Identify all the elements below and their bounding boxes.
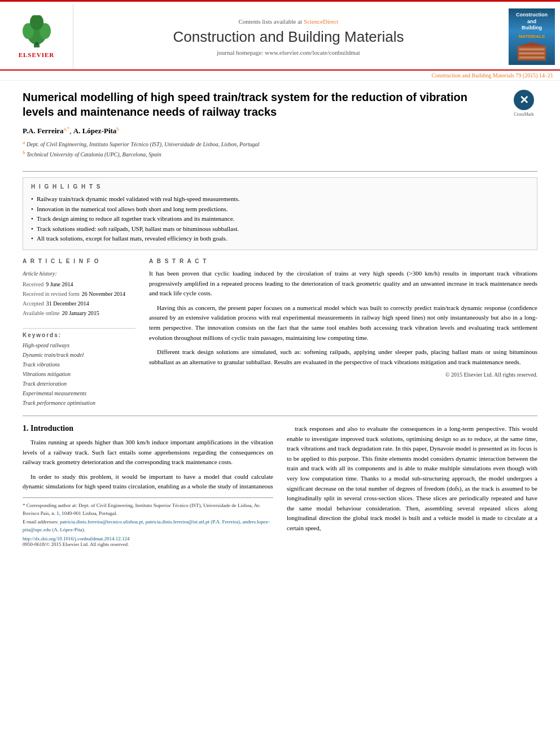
- authors-line: P.A. Ferreiraa,*, A. López-Pitab: [23, 126, 501, 136]
- keywords-label: Keywords:: [23, 332, 135, 338]
- keyword-7: Track performance optimisation: [23, 398, 135, 408]
- sciencedirect-link: Contents lists available at ScienceDirec…: [238, 18, 338, 25]
- history-accepted: Accepted 31 December 2014: [23, 299, 135, 308]
- intro-para-1: Trains running at speeds higher than 300…: [23, 438, 273, 468]
- footnotes-section: * Corresponding author at: Dept. of Civi…: [23, 497, 273, 548]
- email-footnote: E-mail addresses: patricia.dinis.ferreir…: [23, 518, 273, 534]
- highlight-1: Railway train/track dynamic model valida…: [31, 194, 529, 204]
- intro-para-2: In order to study this problem, it would…: [23, 472, 273, 492]
- svg-point-5: [35, 42, 38, 45]
- keyword-4: Vibrations mitigation: [23, 369, 135, 379]
- info-abstract-section: A R T I C L E I N F O Article history: R…: [23, 258, 537, 408]
- history-received: Received 9 June 2014: [23, 279, 135, 289]
- article-title: Numerical modelling of high speed train/…: [23, 90, 501, 119]
- highlight-3: Track design aiming to reduce all togeth…: [31, 214, 529, 224]
- crossmark-label: CrossMark: [514, 112, 534, 117]
- article-info-title: A R T I C L E I N F O: [23, 258, 135, 264]
- intro-right-text: track responses and also to evaluate the…: [287, 424, 537, 534]
- section-1-heading: 1. Introduction: [23, 424, 273, 433]
- keyword-6: Experimental measurements: [23, 388, 135, 398]
- main-content: Numerical modelling of high speed train/…: [0, 81, 560, 556]
- abstract-col: A B S T R A C T It has been proven that …: [149, 258, 537, 408]
- sciencedirect-anchor[interactable]: ScienceDirect: [304, 18, 339, 25]
- history-label: Article history:: [23, 269, 135, 278]
- page-reference: Construction and Building Materials 79 (…: [0, 71, 560, 81]
- article-title-section: Numerical modelling of high speed train/…: [23, 90, 537, 172]
- intro-right-col: track responses and also to evaluate the…: [287, 424, 537, 548]
- journal-title: Construction and Building Materials: [173, 28, 404, 46]
- highlight-4: Track solutions studied: soft railpads, …: [31, 224, 529, 234]
- article-info-col: A R T I C L E I N F O Article history: R…: [23, 258, 135, 408]
- keyword-5: Track deterioration: [23, 379, 135, 388]
- issn-line: 0950-0618/© 2015 Elsevier Ltd. All right…: [23, 541, 273, 547]
- highlight-5: All track solutions, except for ballast …: [31, 234, 529, 244]
- abstract-para-3: Different track design solutions are sim…: [149, 347, 537, 367]
- article-history: Article history: Received 9 June 2014 Re…: [23, 269, 135, 318]
- svg-rect-7: [519, 49, 545, 51]
- journal-title-section: Contents lists available at ScienceDirec…: [73, 4, 504, 69]
- doi-line: http://dx.doi.org/10.1016/j.conbuildmat.…: [23, 536, 273, 541]
- cbm-logo-section: Construction and Building MATERIALS: [504, 4, 560, 69]
- author-1: P.A. Ferreira: [23, 126, 64, 135]
- intro-right-para-1: track responses and also to evaluate the…: [287, 424, 537, 534]
- history-revised: Received in revised form 26 November 201…: [23, 289, 135, 299]
- section-divider: [23, 416, 537, 416]
- abstract-text: It has been proven that cyclic loading i…: [149, 269, 537, 367]
- svg-marker-10: [518, 42, 546, 46]
- journal-header: ELSEVIER Contents lists available at Sci…: [0, 2, 560, 71]
- corresponding-author-note: * Corresponding author at: Dept. of Civi…: [23, 501, 273, 518]
- journal-homepage: journal homepage: www.elsevier.com/locat…: [217, 49, 360, 56]
- elsevier-label: ELSEVIER: [19, 51, 55, 58]
- keywords-section: Keywords: High-speed railways Dynamic tr…: [23, 324, 135, 408]
- elsevier-logo-section: ELSEVIER: [0, 4, 73, 69]
- email-addresses: patricia.dinis.ferreira@tecnico.ulisboa.…: [23, 519, 270, 532]
- cbm-logo-sub: MATERIALS: [519, 34, 545, 39]
- highlights-section: H I G H L I G H T S Railway train/track …: [23, 177, 537, 250]
- crossmark-badge[interactable]: ✕ CrossMark: [510, 90, 537, 117]
- intro-left-text: Trains running at speeds higher than 300…: [23, 438, 273, 492]
- abstract-para-2: Having this as concern, the present pape…: [149, 303, 537, 343]
- intro-left-col: 1. Introduction Trains running at speeds…: [23, 424, 273, 548]
- cbm-logo-title: Construction and Building: [516, 12, 548, 32]
- keyword-1: High-speed railways: [23, 340, 135, 350]
- keyword-2: Dynamic train/track model: [23, 350, 135, 360]
- abstract-title: A B S T R A C T: [149, 258, 537, 264]
- highlight-2: Innovation in the numerical tool allows …: [31, 204, 529, 215]
- keyword-list: High-speed railways Dynamic train/track …: [23, 340, 135, 408]
- history-online: Available online 20 January 2015: [23, 308, 135, 318]
- highlights-title: H I G H L I G H T S: [31, 184, 529, 190]
- keyword-3: Track vibrations: [23, 360, 135, 369]
- affiliations: a Dept. of Civil Engineering, Instituto …: [23, 139, 501, 159]
- svg-rect-9: [519, 56, 545, 59]
- copyright-line: © 2015 Elsevier Ltd. All rights reserved…: [149, 372, 537, 378]
- abstract-para-1: It has been proven that cyclic loading i…: [149, 269, 537, 299]
- introduction-section: 1. Introduction Trains running at speeds…: [23, 424, 537, 548]
- author-2: A. López-Pita: [73, 126, 117, 135]
- email-label: E-mail addresses:: [23, 519, 59, 525]
- svg-rect-8: [519, 53, 545, 55]
